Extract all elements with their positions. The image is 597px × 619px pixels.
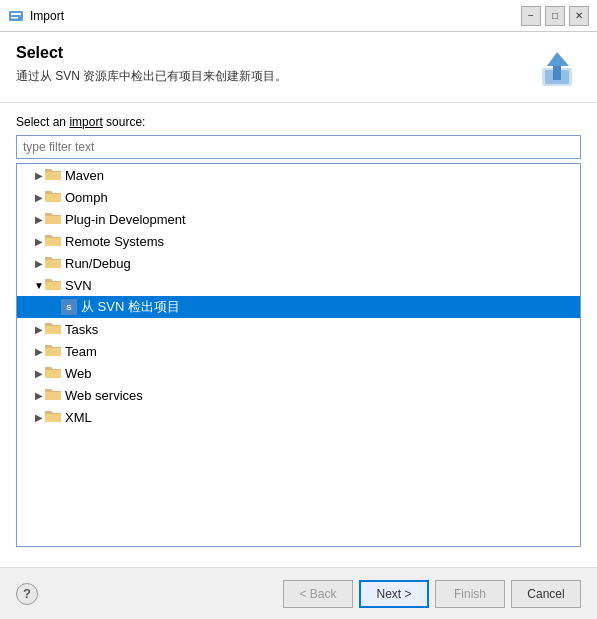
tree-label-oomph: Oomph bbox=[65, 190, 108, 205]
tree-label-rundebug: Run/Debug bbox=[65, 256, 131, 271]
help-button[interactable]: ? bbox=[16, 583, 38, 605]
tree-item-webservices[interactable]: ▶ Web services bbox=[17, 384, 580, 406]
tree-arrow-oomph: ▶ bbox=[33, 192, 45, 203]
tree-item-svn-checkout[interactable]: S 从 SVN 检出项目 bbox=[17, 296, 580, 318]
tree-item-remote[interactable]: ▶ Remote Systems bbox=[17, 230, 580, 252]
tree-label-remote: Remote Systems bbox=[65, 234, 164, 249]
folder-icon-team bbox=[45, 343, 61, 359]
back-button[interactable]: < Back bbox=[283, 580, 353, 608]
tree-item-oomph[interactable]: ▶ Oomph bbox=[17, 186, 580, 208]
header-text: Select 通过从 SVN 资源库中检出已有项目来创建新项目。 bbox=[16, 44, 533, 85]
action-buttons: < Back Next > Finish Cancel bbox=[283, 580, 581, 608]
dialog-content: Select an import source: ▶ Maven ▶ bbox=[0, 103, 597, 559]
folder-icon-remote bbox=[45, 233, 61, 249]
folder-icon-oomph bbox=[45, 189, 61, 205]
tree-item-svn[interactable]: ▼ SVN bbox=[17, 274, 580, 296]
svn-checkout-icon: S bbox=[61, 299, 77, 315]
tree-arrow-team: ▶ bbox=[33, 346, 45, 357]
tree-arrow-xml: ▶ bbox=[33, 412, 45, 423]
next-button[interactable]: Next > bbox=[359, 580, 429, 608]
tree-label-plugin: Plug-in Development bbox=[65, 212, 186, 227]
tree-item-tasks[interactable]: ▶ Tasks bbox=[17, 318, 580, 340]
folder-icon-web bbox=[45, 365, 61, 381]
tree-item-rundebug[interactable]: ▶ Run/Debug bbox=[17, 252, 580, 274]
tree-arrow-maven: ▶ bbox=[33, 170, 45, 181]
tree-label-xml: XML bbox=[65, 410, 92, 425]
cancel-button[interactable]: Cancel bbox=[511, 580, 581, 608]
title-bar: Import − □ ✕ bbox=[0, 0, 597, 32]
svg-rect-0 bbox=[9, 11, 23, 21]
button-bar: ? < Back Next > Finish Cancel bbox=[0, 567, 597, 619]
close-button[interactable]: ✕ bbox=[569, 6, 589, 26]
dialog-title: Select bbox=[16, 44, 533, 62]
tree-item-maven[interactable]: ▶ Maven bbox=[17, 164, 580, 186]
tree-label-web: Web bbox=[65, 366, 92, 381]
dialog-subtitle: 通过从 SVN 资源库中检出已有项目来创建新项目。 bbox=[16, 68, 533, 85]
tree-label-tasks: Tasks bbox=[65, 322, 98, 337]
folder-icon-plugin bbox=[45, 211, 61, 227]
tree-arrow-rundebug: ▶ bbox=[33, 258, 45, 269]
svg-marker-6 bbox=[547, 52, 569, 66]
tree-label-svn-checkout: 从 SVN 检出项目 bbox=[81, 298, 180, 316]
minimize-button[interactable]: − bbox=[521, 6, 541, 26]
dialog-header: Select 通过从 SVN 资源库中检出已有项目来创建新项目。 bbox=[0, 32, 597, 103]
dialog-body: Select 通过从 SVN 资源库中检出已有项目来创建新项目。 Select … bbox=[0, 32, 597, 567]
folder-icon-maven bbox=[45, 167, 61, 183]
svg-rect-2 bbox=[11, 17, 18, 19]
spacer bbox=[0, 559, 597, 567]
tree-label-team: Team bbox=[65, 344, 97, 359]
folder-icon-xml bbox=[45, 409, 61, 425]
window-icon bbox=[8, 8, 24, 24]
finish-button[interactable]: Finish bbox=[435, 580, 505, 608]
tree-label-maven: Maven bbox=[65, 168, 104, 183]
tree-arrow-plugin: ▶ bbox=[33, 214, 45, 225]
tree-arrow-svn: ▼ bbox=[33, 280, 45, 291]
tree-arrow-remote: ▶ bbox=[33, 236, 45, 247]
filter-input[interactable] bbox=[16, 135, 581, 159]
window-title: Import bbox=[30, 9, 521, 23]
tree-item-web[interactable]: ▶ Web bbox=[17, 362, 580, 384]
folder-icon-tasks bbox=[45, 321, 61, 337]
tree-arrow-webservices: ▶ bbox=[33, 390, 45, 401]
tree-item-xml[interactable]: ▶ XML bbox=[17, 406, 580, 428]
tree-item-plugin[interactable]: ▶ Plug-in Development bbox=[17, 208, 580, 230]
tree-label-webservices: Web services bbox=[65, 388, 143, 403]
tree-container[interactable]: ▶ Maven ▶ Oomph bbox=[16, 163, 581, 547]
tree-arrow-web: ▶ bbox=[33, 368, 45, 379]
tree-item-team[interactable]: ▶ Team bbox=[17, 340, 580, 362]
folder-icon-rundebug bbox=[45, 255, 61, 271]
section-label: Select an import source: bbox=[16, 115, 581, 129]
folder-icon-svn bbox=[45, 277, 61, 293]
section-label-underline: import bbox=[69, 115, 102, 129]
tree-label-svn: SVN bbox=[65, 278, 92, 293]
folder-icon-webservices bbox=[45, 387, 61, 403]
maximize-button[interactable]: □ bbox=[545, 6, 565, 26]
header-icon bbox=[533, 44, 581, 92]
tree-arrow-tasks: ▶ bbox=[33, 324, 45, 335]
svg-rect-1 bbox=[11, 13, 21, 15]
window-controls: − □ ✕ bbox=[521, 6, 589, 26]
